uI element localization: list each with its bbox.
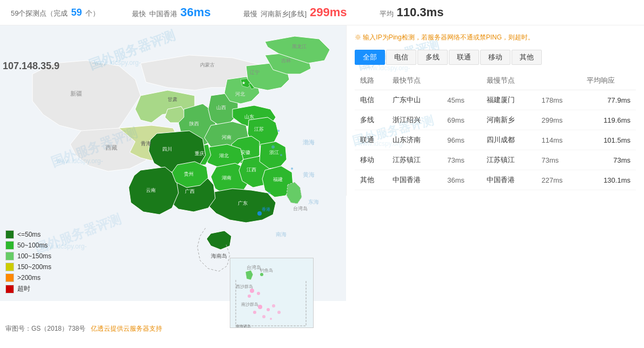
fastest-label: 最快 (132, 9, 146, 19)
svg-point-44 (260, 273, 263, 276)
cell-avg-1: 119.6ms (581, 110, 636, 130)
svg-text:四川: 四川 (162, 146, 172, 152)
cell-slowest-ms-1: 299ms (536, 110, 581, 130)
tab-unicom[interactable]: 联通 (449, 50, 479, 65)
cell-fastest-ms-2: 96ms (442, 130, 481, 150)
cell-line-3: 移动 (355, 150, 387, 170)
tab-all[interactable]: 全部 (355, 50, 385, 65)
avg-value: 110.3ms (397, 5, 444, 19)
cell-fastest-ms-0: 45ms (442, 90, 481, 110)
slowest-label: 最慢 (243, 9, 257, 19)
svg-point-48 (248, 295, 251, 298)
cell-fastest-ms-3: 73ms (442, 150, 481, 170)
fastest-stat: 最快 中国香港 36ms (132, 5, 211, 19)
tabs-container: 全部 电信 多线 联通 移动 其他 (355, 50, 636, 65)
footer-link[interactable]: 亿透云提供云服务器支持 (91, 325, 162, 332)
cell-slowest-node-0: 福建厦门 (481, 90, 536, 110)
probe-count-label: 59个探测点（完成 (11, 9, 68, 18)
svg-text:南沙群岛: 南沙群岛 (241, 302, 258, 307)
svg-text:湖南: 湖南 (222, 175, 231, 180)
svg-text:江苏: 江苏 (254, 126, 264, 132)
cell-avg-0: 77.9ms (581, 90, 636, 110)
svg-point-7 (268, 192, 270, 194)
svg-text:云南: 云南 (146, 188, 156, 193)
svg-text:福建: 福建 (273, 177, 283, 182)
tab-multiline[interactable]: 多线 (417, 50, 448, 65)
svg-text:黑龙江: 黑龙江 (292, 44, 307, 49)
table-row: 移动 江苏镇江 73ms 江苏镇江 73ms 73ms (355, 150, 636, 170)
svg-text:贵州: 贵州 (184, 171, 194, 177)
tab-telecom[interactable]: 电信 (386, 50, 416, 65)
legend-label-1: 50~100ms (17, 242, 48, 249)
cell-slowest-ms-2: 114ms (536, 130, 581, 150)
cell-fastest-ms-1: 69ms (442, 110, 481, 130)
svg-text:西沙群岛: 西沙群岛 (236, 284, 253, 289)
legend-color-1 (5, 241, 14, 250)
cell-slowest-node-2: 四川成都 (481, 130, 536, 150)
svg-text:新疆: 新疆 (70, 90, 82, 97)
svg-text:西藏: 西藏 (105, 144, 117, 151)
svg-text:湖北: 湖北 (219, 153, 229, 158)
stats-bar: 59个探测点（完成 59 个） 最快 中国香港 36ms 最慢 河南新乡[多线]… (0, 0, 644, 25)
cell-line-1: 多线 (355, 110, 387, 130)
fastest-location: 中国香港 (149, 9, 177, 19)
probe-count-suffix: 个） (85, 9, 99, 18)
legend-item-1: 50~100ms (5, 241, 51, 250)
svg-text:陕西: 陕西 (189, 121, 199, 126)
legend-color-3 (5, 263, 14, 271)
cell-slowest-node-3: 江苏镇江 (481, 150, 536, 170)
cell-fastest-ms-4: 36ms (442, 170, 481, 190)
data-table: 线路 最快节点 最慢节点 平均响应 电信 广东中山 45ms 福建厦门 178m… (355, 71, 636, 190)
cell-slowest-node-1: 河南新乡 (481, 110, 536, 130)
svg-text:吉林: 吉林 (281, 58, 291, 63)
slowest-stat: 最慢 河南新乡[多线] 299ms (243, 5, 347, 19)
probe-count-value: 59 (71, 7, 82, 18)
svg-point-39 (257, 211, 262, 216)
cell-fastest-node-1: 浙江绍兴 (387, 110, 442, 130)
legend-label-0: <=50ms (17, 231, 41, 238)
svg-text:青海: 青海 (141, 140, 151, 146)
avg-stat: 平均 110.3ms (380, 5, 444, 19)
svg-text:台湾岛: 台湾岛 (293, 206, 308, 211)
svg-point-51 (267, 308, 270, 311)
legend-label-5: 超时 (17, 284, 30, 293)
svg-point-56 (270, 318, 272, 320)
tab-mobile[interactable]: 移动 (480, 50, 510, 65)
svg-point-8 (291, 168, 293, 170)
legend-label-4: >200ms (17, 274, 41, 282)
svg-text:安徽: 安徽 (241, 150, 250, 155)
svg-text:重庆: 重庆 (195, 151, 204, 156)
svg-point-4 (271, 145, 275, 149)
col-header-avg: 平均响应 (581, 71, 636, 90)
tab-other[interactable]: 其他 (512, 50, 542, 65)
svg-text:渤海: 渤海 (303, 139, 315, 145)
cell-fastest-node-0: 广东中山 (387, 90, 442, 110)
legend-item-0: <=50ms (5, 230, 51, 239)
svg-point-46 (250, 289, 254, 293)
cell-slowest-node-4: 中国香港 (481, 170, 536, 190)
avg-label: 平均 (380, 9, 394, 19)
cell-avg-2: 101.5ms (581, 130, 636, 150)
cell-fastest-node-2: 山东济南 (387, 130, 442, 150)
cell-avg-3: 73ms (581, 150, 636, 170)
col-header-line: 线路 (355, 71, 387, 90)
svg-point-5 (280, 154, 282, 156)
legend-item-5: 超时 (5, 284, 51, 293)
legend-item-4: >200ms (5, 273, 51, 282)
svg-point-54 (277, 311, 281, 314)
cell-fastest-node-3: 江苏镇江 (387, 150, 442, 170)
table-row: 多线 浙江绍兴 69ms 河南新乡 299ms 119.6ms (355, 110, 636, 130)
svg-text:钓鱼岛: 钓鱼岛 (260, 268, 273, 273)
main-content: 107.148.35.9 国外服务器评测 -www.idcspy.org- 国外… (0, 25, 644, 339)
legend-color-2 (5, 252, 14, 260)
svg-text:南海: 南海 (276, 231, 287, 237)
svg-text:河北: 河北 (235, 91, 245, 97)
table-row: 其他 中国香港 36ms 中国香港 227ms 130.1ms (355, 170, 636, 190)
cell-line-0: 电信 (355, 90, 387, 110)
table-row: 电信 广东中山 45ms 福建厦门 178ms 77.9ms (355, 90, 636, 110)
slowest-value: 299ms (310, 5, 347, 19)
svg-text:浙江: 浙江 (269, 150, 279, 155)
svg-text:黄海: 黄海 (303, 171, 315, 178)
legend-color-0 (5, 230, 14, 239)
legend-item-3: 150~200ms (5, 263, 51, 271)
